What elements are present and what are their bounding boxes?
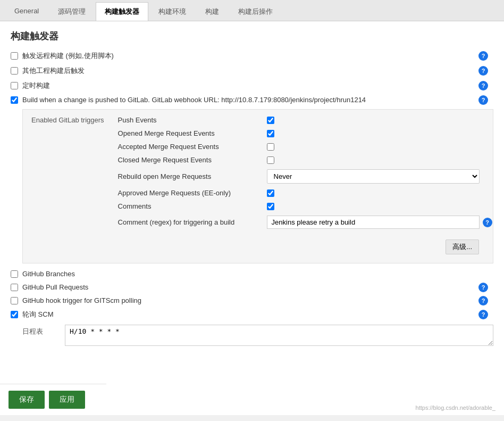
schedule-label: 日程表 — [22, 325, 65, 336]
other-project-label: 其他工程构建后触发 — [22, 66, 85, 76]
gitlab-header-label: Enabled GitLab triggers — [31, 116, 104, 124]
github-pull-label: GitHub Pull Requests — [22, 283, 88, 291]
periodic-build-option: 定时构建 ? — [11, 81, 493, 90]
push-events-checkbox[interactable] — [267, 117, 274, 124]
gitlab-events-list: Push Events Opened Merge Request Events … — [113, 116, 492, 234]
comment-regex-row: Comment (regex) for triggering a build ? — [113, 216, 492, 229]
remote-trigger-checkbox[interactable] — [11, 52, 18, 60]
watermark: https://blog.csdn.net/adorable_ — [416, 405, 495, 411]
rebuild-merge-select[interactable]: Never On push to source branch On push t… — [267, 169, 480, 184]
approved-merge-row: Approved Merge Requests (EE-only) — [113, 189, 492, 197]
remote-trigger-option: 触发远程构建 (例如,使用脚本) ? — [11, 51, 493, 61]
github-hook-option: GitHub hook trigger for GITScm polling ? — [11, 296, 493, 304]
periodic-build-help-icon[interactable]: ? — [478, 81, 488, 90]
poll-scm-option: 轮询 SCM ? — [11, 310, 493, 319]
gitlab-trigger-option: Build when a change is pushed to GitLab.… — [11, 96, 493, 104]
periodic-build-checkbox[interactable] — [11, 82, 18, 89]
github-hook-help-icon[interactable]: ? — [478, 296, 488, 306]
tab-source[interactable]: 源码管理 — [49, 2, 95, 21]
gitlab-section: Enabled GitLab triggers Push Events Open… — [22, 109, 493, 263]
gitlab-trigger-help-icon[interactable]: ? — [478, 95, 488, 105]
bottom-options: GitHub Branches GitHub Pull Requests ? G… — [11, 270, 493, 346]
github-branches-label: GitHub Branches — [22, 270, 75, 278]
advanced-btn-row: 高级... — [31, 240, 484, 254]
github-branches-checkbox[interactable] — [11, 270, 18, 278]
tab-env[interactable]: 构建环境 — [149, 2, 195, 21]
remote-trigger-help-icon[interactable]: ? — [478, 51, 488, 61]
comment-regex-input[interactable] — [267, 216, 480, 229]
github-pull-option: GitHub Pull Requests ? — [11, 283, 493, 291]
main-content: 构建触发器 触发远程构建 (例如,使用脚本) ? 其他工程构建后触发 ? 定时构… — [0, 21, 504, 415]
comments-row: Comments — [113, 202, 492, 210]
push-events-row: Push Events — [113, 116, 492, 124]
save-button[interactable]: 保存 — [9, 391, 45, 409]
github-hook-label: GitHub hook trigger for GITScm polling — [22, 296, 141, 304]
other-project-option: 其他工程构建后触发 ? — [11, 66, 493, 76]
opened-merge-label: Opened Merge Request Events — [118, 129, 267, 137]
github-pull-checkbox[interactable] — [11, 284, 18, 291]
footer-bar: 保存 应用 — [0, 384, 106, 415]
comment-regex-help-icon[interactable]: ? — [483, 218, 492, 227]
schedule-row: 日程表 H/10 * * * * — [22, 325, 493, 346]
gitlab-trigger-checkbox[interactable] — [11, 96, 18, 104]
approved-merge-label: Approved Merge Requests (EE-only) — [118, 189, 267, 197]
poll-scm-help-icon[interactable]: ? — [478, 310, 488, 319]
closed-merge-checkbox[interactable] — [267, 156, 274, 164]
poll-scm-checkbox[interactable] — [11, 311, 18, 318]
opened-merge-row: Opened Merge Request Events — [113, 129, 492, 137]
accepted-merge-label: Accepted Merge Request Events — [118, 143, 267, 151]
tab-post[interactable]: 构建后操作 — [229, 2, 282, 21]
rebuild-merge-label: Rebuild open Merge Requests — [118, 172, 267, 180]
remote-trigger-label: 触发远程构建 (例如,使用脚本) — [22, 51, 114, 61]
closed-merge-row: Closed Merge Request Events — [113, 156, 492, 164]
comment-regex-label: Comment (regex) for triggering a build — [118, 218, 267, 226]
page-title: 构建触发器 — [11, 30, 493, 43]
accepted-merge-row: Accepted Merge Request Events — [113, 143, 492, 151]
rebuild-merge-row: Rebuild open Merge Requests Never On pus… — [113, 169, 492, 184]
periodic-build-label: 定时构建 — [22, 81, 50, 90]
comments-label: Comments — [118, 202, 267, 210]
apply-button[interactable]: 应用 — [49, 391, 85, 409]
github-hook-checkbox[interactable] — [11, 297, 18, 304]
gitlab-trigger-label: Build when a change is pushed to GitLab.… — [22, 96, 366, 104]
github-branches-option: GitHub Branches — [11, 270, 493, 278]
github-pull-help-icon[interactable]: ? — [478, 283, 488, 292]
tab-general[interactable]: General — [5, 2, 48, 21]
gitlab-header-row: Enabled GitLab triggers Push Events Open… — [31, 116, 484, 234]
tab-build[interactable]: 构建 — [196, 2, 228, 21]
tab-bar: General 源码管理 构建触发器 构建环境 构建 构建后操作 — [0, 0, 504, 21]
closed-merge-label: Closed Merge Request Events — [118, 156, 267, 164]
push-events-label: Push Events — [118, 116, 267, 124]
schedule-input[interactable]: H/10 * * * * — [65, 325, 493, 346]
comments-checkbox[interactable] — [267, 203, 274, 210]
other-project-checkbox[interactable] — [11, 67, 18, 75]
poll-scm-label: 轮询 SCM — [22, 310, 54, 319]
other-project-help-icon[interactable]: ? — [478, 66, 488, 76]
accepted-merge-checkbox[interactable] — [267, 143, 274, 151]
tab-triggers[interactable]: 构建触发器 — [96, 2, 148, 21]
opened-merge-checkbox[interactable] — [267, 130, 274, 137]
advanced-button[interactable]: 高级... — [446, 240, 479, 254]
approved-merge-checkbox[interactable] — [267, 189, 274, 197]
